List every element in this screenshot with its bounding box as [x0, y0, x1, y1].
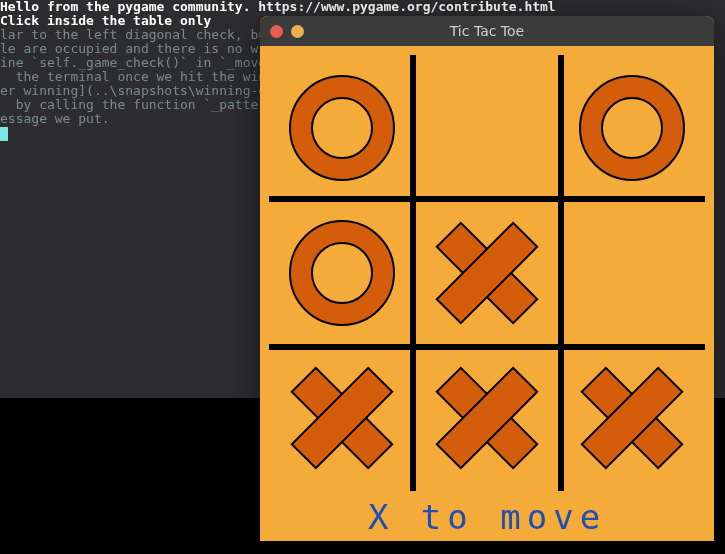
cursor — [0, 127, 8, 141]
game-board — [269, 55, 705, 491]
grid-line — [269, 344, 705, 350]
grid-line — [558, 55, 564, 491]
board-cell-6 — [269, 346, 414, 491]
svg-point-5 — [312, 243, 372, 303]
svg-point-3 — [602, 98, 662, 158]
board-cell-8 — [560, 346, 705, 491]
svg-point-1 — [312, 98, 372, 158]
board-cell-1[interactable] — [414, 55, 559, 200]
piece-x-icon — [572, 358, 692, 478]
piece-o-icon — [282, 68, 402, 188]
board-cell-2 — [560, 55, 705, 200]
window-title: Tic Tac Toe — [260, 23, 714, 39]
board-cell-4 — [414, 200, 559, 345]
grid-line — [269, 196, 705, 202]
board-cell-7 — [414, 346, 559, 491]
board-cell-5[interactable] — [560, 200, 705, 345]
piece-x-icon — [282, 358, 402, 478]
minimize-icon[interactable] — [291, 25, 304, 38]
board-cells — [269, 55, 705, 491]
grid-line — [410, 55, 416, 491]
piece-x-icon — [427, 213, 547, 333]
status-text: X to move — [260, 497, 714, 537]
window-titlebar[interactable]: Tic Tac Toe — [260, 16, 714, 46]
piece-o-icon — [282, 213, 402, 333]
board-cell-0 — [269, 55, 414, 200]
pygame-window: Tic Tac Toe X to move — [260, 16, 714, 541]
terminal-line: Hello from the pygame community. https:/… — [0, 0, 725, 14]
close-icon[interactable] — [270, 25, 283, 38]
board-cell-3 — [269, 200, 414, 345]
piece-x-icon — [427, 358, 547, 478]
piece-o-icon — [572, 68, 692, 188]
